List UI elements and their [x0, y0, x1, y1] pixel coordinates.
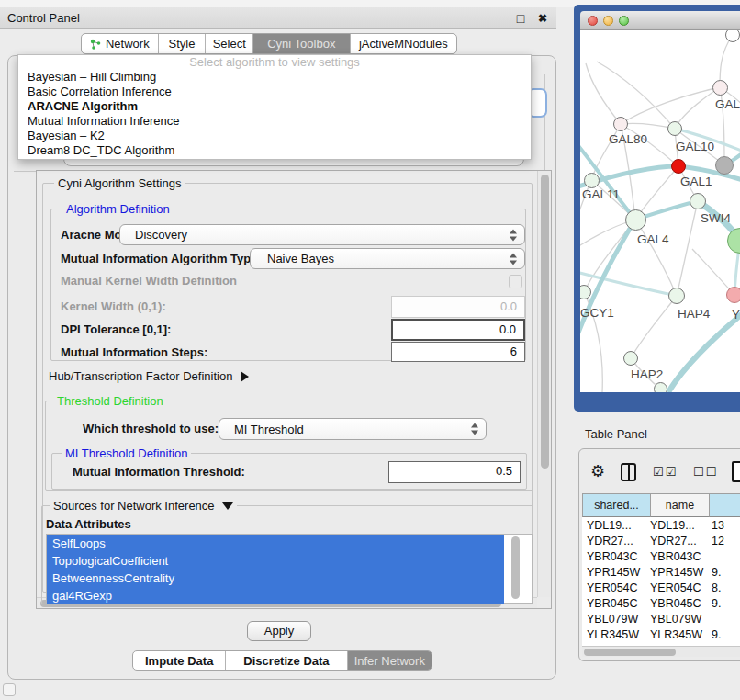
table-row[interactable]: YPR145W YPR145W 9.: [582, 564, 740, 580]
table-cell[interactable]: 9.: [709, 566, 721, 579]
mi-algorithm-type-combobox[interactable]: Naive Bayes: [250, 248, 525, 269]
split-view-icon[interactable]: [621, 463, 636, 481]
network-node[interactable]: [584, 173, 600, 188]
table-cell[interactable]: YER054C: [582, 581, 650, 594]
table-cell[interactable]: YPR145W: [582, 566, 650, 579]
gear-icon[interactable]: ⚙: [590, 460, 605, 482]
tab-discretize-data[interactable]: Discretize Data: [226, 651, 347, 670]
network-node[interactable]: [715, 156, 734, 175]
kernel-width-field[interactable]: 0.0: [391, 296, 525, 318]
network-canvas[interactable]: GAL GAL80 GAL10 GAL1 GAL11 SWI4 GAL4 GCY…: [580, 30, 740, 392]
close-traffic-light-icon[interactable]: [588, 16, 598, 26]
network-node[interactable]: [623, 351, 638, 366]
dropdown-item[interactable]: Basic Correlation Inference: [18, 85, 531, 99]
table-cell[interactable]: YER054C: [650, 581, 709, 594]
float-window-icon[interactable]: □: [513, 7, 528, 29]
table-cell[interactable]: YDR27...: [650, 535, 709, 548]
network-node[interactable]: [668, 288, 685, 304]
column-header[interactable]: name: [651, 493, 710, 517]
table-row[interactable]: YER054C YER054C 8.: [582, 580, 740, 595]
dropdown-item[interactable]: Bayesian – Hill Climbing: [18, 70, 531, 85]
minimize-traffic-light-icon[interactable]: [603, 16, 613, 26]
list-scrollbar-thumb[interactable]: [511, 536, 520, 599]
dropdown-item[interactable]: Dream8 DC_TDC Algorithm: [18, 143, 531, 158]
list-item[interactable]: gal4RGexp: [47, 587, 504, 604]
collapse-down-icon[interactable]: [222, 502, 233, 510]
vertical-scrollbar[interactable]: [537, 171, 551, 597]
column-header[interactable]: shared...: [582, 493, 651, 517]
table-horizontal-scrollbar[interactable]: [582, 646, 740, 657]
mi-steps-field[interactable]: 6: [391, 342, 525, 362]
minimized-panel-icon[interactable]: [3, 683, 16, 696]
which-threshold-label: Which threshold to use:: [83, 418, 219, 440]
list-item[interactable]: TopologicalCoefficient: [47, 552, 504, 570]
tab-impute-data[interactable]: Impute Data: [133, 651, 226, 670]
tab-style[interactable]: Style: [159, 34, 207, 53]
table-cell[interactable]: YDL19...: [582, 519, 650, 532]
dropdown-item[interactable]: Mutual Information Inference: [18, 114, 531, 129]
table-cell[interactable]: YLR345W: [650, 628, 709, 641]
dpi-tolerance-field[interactable]: 0.0: [391, 319, 525, 341]
table-cell[interactable]: YBR043C: [650, 550, 709, 563]
manual-kernel-width-checkbox[interactable]: [509, 275, 522, 288]
aracne-mode-combobox[interactable]: Discovery: [119, 224, 525, 245]
table-cell[interactable]: YBL079W: [582, 613, 650, 626]
network-node[interactable]: [667, 121, 682, 136]
table-row[interactable]: YBR043C YBR043C: [582, 548, 740, 564]
table-horizontal-scrollbar-thumb[interactable]: [584, 649, 676, 656]
vertical-scrollbar-thumb[interactable]: [541, 175, 549, 469]
close-window-icon[interactable]: ✖: [535, 7, 550, 29]
table-cell[interactable]: 8.: [709, 581, 721, 594]
network-node[interactable]: [654, 382, 667, 392]
table-row[interactable]: YDL19... YDL19... 13: [582, 517, 740, 533]
tab-infer-network[interactable]: Infer Network: [348, 651, 432, 670]
network-node[interactable]: [726, 287, 740, 303]
table-row[interactable]: YBR045C YBR045C 9.: [582, 595, 740, 611]
document-icon[interactable]: [732, 461, 740, 482]
select-all-checkboxes-icon[interactable]: ☑☑: [653, 465, 678, 479]
dropdown-item[interactable]: Bayesian – K2: [18, 129, 531, 143]
column-header[interactable]: [710, 493, 740, 517]
network-node[interactable]: [625, 209, 646, 231]
algorithm-definition-group: Algorithm Definition Aracne Mode: Discov…: [50, 209, 526, 361]
table-row[interactable]: YBL079W YBL079W: [582, 611, 740, 627]
hub-definition-row[interactable]: Hub/Transcription Factor Definition: [49, 369, 249, 384]
apply-button[interactable]: Apply: [247, 621, 311, 641]
list-item[interactable]: BetweennessCentrality: [47, 570, 504, 587]
table-cell[interactable]: 9.: [709, 628, 721, 641]
tab-cyni-toolbox[interactable]: Cyni Toolbox: [253, 34, 350, 53]
tab-jactivemnodules[interactable]: jActiveMNodules: [351, 34, 456, 53]
tab-label: Network: [106, 37, 150, 51]
table-cell[interactable]: YPR145W: [650, 566, 709, 579]
expand-right-icon[interactable]: [241, 371, 249, 382]
table-row[interactable]: YLR345W YLR345W 9.: [582, 627, 740, 642]
deselect-all-checkboxes-icon[interactable]: ☐☐: [693, 465, 718, 479]
which-threshold-combobox[interactable]: MI Threshold: [219, 418, 487, 440]
network-node[interactable]: [671, 159, 686, 174]
table-cell[interactable]: YBR045C: [650, 597, 709, 610]
tab-label: Style: [169, 37, 196, 51]
table-cell[interactable]: YDL19...: [650, 519, 709, 532]
network-node[interactable]: [613, 117, 628, 131]
dropdown-hint: Select algorithm to view settings: [18, 55, 531, 70]
tab-network[interactable]: Network: [82, 34, 159, 53]
dropdown-item-selected[interactable]: ARACNE Algorithm: [18, 99, 531, 114]
table-cell[interactable]: YBR043C: [582, 550, 650, 563]
table-cell[interactable]: 13: [709, 519, 724, 532]
sources-title-row[interactable]: Sources for Network Inference: [50, 499, 237, 513]
table-cell[interactable]: YBR045C: [582, 597, 650, 610]
table-cell[interactable]: 9.: [709, 597, 721, 610]
tab-select[interactable]: Select: [206, 34, 253, 53]
network-view-window[interactable]: GAL GAL80 GAL10 GAL1 GAL11 SWI4 GAL4 GCY…: [574, 5, 740, 412]
table-cell[interactable]: YDR27...: [582, 535, 650, 548]
network-node[interactable]: [712, 80, 728, 96]
mi-threshold-field[interactable]: 0.5: [388, 461, 521, 483]
table-row[interactable]: YDR27... YDR27... 12: [582, 533, 740, 548]
table-cell[interactable]: YBL079W: [650, 613, 709, 626]
network-node[interactable]: [690, 193, 706, 209]
network-window-titlebar[interactable]: [580, 11, 740, 30]
table-cell[interactable]: 12: [709, 535, 724, 548]
table-cell[interactable]: YLR345W: [582, 628, 650, 641]
list-item[interactable]: SelfLoops: [47, 535, 504, 552]
zoom-traffic-light-icon[interactable]: [619, 16, 629, 26]
